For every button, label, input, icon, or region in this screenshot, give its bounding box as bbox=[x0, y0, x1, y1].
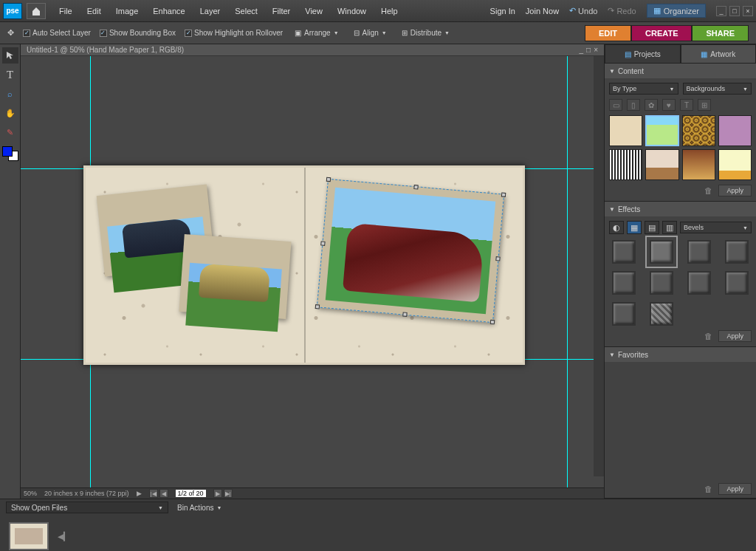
trash-icon[interactable]: 🗑 bbox=[704, 186, 712, 195]
bin-scroll-icon[interactable]: ◀▎ bbox=[58, 532, 69, 541]
show-highlight-checkbox[interactable]: ✓Show Highlight on Rollover bbox=[185, 29, 283, 37]
undo-button[interactable]: ↶ Undo bbox=[569, 6, 597, 16]
filter-more-icon[interactable]: ⊞ bbox=[698, 99, 711, 111]
bin-filter-select[interactable]: Show Open Files▼ bbox=[6, 502, 168, 513]
filter-by-select[interactable]: By Type▼ bbox=[609, 83, 678, 95]
effects-header[interactable]: ▼Effects bbox=[605, 202, 756, 216]
prev-page-button[interactable]: ◀ bbox=[159, 489, 168, 498]
bg-thumb[interactable] bbox=[682, 115, 715, 146]
menu-help[interactable]: Help bbox=[377, 4, 402, 18]
fx-filters-icon[interactable]: ◐ bbox=[609, 221, 624, 234]
doc-close-button[interactable]: × bbox=[594, 46, 598, 54]
canvas[interactable] bbox=[21, 56, 604, 487]
selection-handle[interactable] bbox=[413, 185, 419, 190]
filter-all-icon[interactable]: ▭ bbox=[609, 99, 622, 111]
menu-view[interactable]: View bbox=[300, 4, 327, 18]
bg-thumb[interactable] bbox=[718, 115, 752, 146]
last-page-button[interactable]: ▶| bbox=[224, 489, 233, 498]
menu-enhance[interactable]: Enhance bbox=[148, 4, 189, 18]
auto-select-checkbox[interactable]: ✓Auto Select Layer bbox=[23, 29, 91, 37]
sign-in-link[interactable]: Sign In bbox=[490, 7, 515, 16]
align-dropdown[interactable]: ⊟Align▼ bbox=[351, 27, 390, 38]
create-mode-button[interactable]: CREATE bbox=[631, 25, 692, 41]
filter-favorites-icon[interactable]: ♥ bbox=[662, 99, 676, 111]
content-header[interactable]: ▼Content bbox=[605, 64, 756, 78]
zoom-tool[interactable]: ⌕ bbox=[2, 86, 18, 102]
selection-handle[interactable] bbox=[501, 192, 506, 197]
menu-window[interactable]: Window bbox=[333, 4, 371, 18]
doc-minimize-button[interactable]: _ bbox=[580, 46, 584, 54]
projects-tab[interactable]: ▤Projects bbox=[605, 44, 681, 64]
bevel-thumb[interactable] bbox=[725, 240, 749, 264]
arrange-dropdown[interactable]: ▣Arrange▼ bbox=[292, 27, 342, 38]
effects-type-select[interactable]: Bevels▼ bbox=[680, 222, 752, 233]
content-apply-button[interactable]: Apply bbox=[718, 185, 752, 196]
selection-handle[interactable] bbox=[315, 304, 320, 309]
bevel-thumb[interactable] bbox=[687, 240, 711, 264]
home-button[interactable] bbox=[27, 3, 46, 19]
filter-frames-icon[interactable]: ▯ bbox=[627, 99, 640, 111]
vertical-scrollbar[interactable] bbox=[594, 56, 604, 476]
text-tool[interactable]: T bbox=[2, 66, 18, 83]
menu-image[interactable]: Image bbox=[111, 4, 143, 18]
menu-filter[interactable]: Filter bbox=[268, 4, 295, 18]
bg-thumb[interactable] bbox=[718, 149, 752, 180]
first-page-button[interactable]: |◀ bbox=[149, 489, 158, 498]
bg-thumb[interactable] bbox=[682, 149, 715, 180]
close-button[interactable]: × bbox=[743, 6, 753, 16]
favorites-header[interactable]: ▼Favorites bbox=[605, 347, 756, 362]
next-page-button[interactable]: ▶ bbox=[213, 489, 222, 498]
page-indicator[interactable]: 1/2 of 20 bbox=[176, 490, 206, 497]
color-swatch[interactable] bbox=[2, 146, 18, 161]
fx-all-icon[interactable]: ▥ bbox=[662, 221, 677, 234]
maximize-button[interactable]: □ bbox=[729, 6, 740, 16]
photo-3-selected[interactable] bbox=[317, 179, 504, 323]
bevel-thumb[interactable] bbox=[612, 302, 636, 326]
bevel-thumb[interactable] bbox=[687, 271, 711, 295]
filter-category-select[interactable]: Backgrounds▼ bbox=[683, 83, 752, 95]
document-tab[interactable]: Untitled-1 @ 50% (Hand Made Paper 1, RGB… bbox=[21, 44, 604, 56]
move-tool[interactable] bbox=[2, 47, 18, 64]
selection-handle[interactable] bbox=[320, 241, 326, 246]
favorites-apply-button[interactable]: Apply bbox=[718, 483, 752, 495]
selection-handle[interactable] bbox=[495, 256, 501, 261]
filter-graphics-icon[interactable]: ✿ bbox=[645, 99, 658, 111]
bevel-thumb[interactable] bbox=[612, 240, 636, 264]
zoom-level[interactable]: 50% bbox=[24, 490, 37, 497]
selection-handle[interactable] bbox=[326, 177, 331, 182]
eyedropper-tool[interactable]: ✎ bbox=[2, 124, 18, 140]
minimize-button[interactable]: _ bbox=[716, 6, 726, 16]
bevel-thumb-selected[interactable] bbox=[650, 240, 673, 264]
join-now-link[interactable]: Join Now bbox=[526, 7, 559, 16]
share-mode-button[interactable]: SHARE bbox=[692, 25, 749, 41]
effects-apply-button[interactable]: Apply bbox=[718, 330, 752, 342]
menu-edit[interactable]: Edit bbox=[83, 4, 106, 18]
bevel-thumb[interactable] bbox=[650, 271, 673, 295]
hand-tool[interactable]: ✋ bbox=[2, 105, 18, 121]
menu-layer[interactable]: Layer bbox=[196, 4, 225, 18]
chevron-right-icon[interactable]: ▶ bbox=[137, 490, 142, 497]
fx-styles-icon[interactable]: ▦ bbox=[627, 221, 642, 234]
selection-handle[interactable] bbox=[402, 312, 408, 317]
artwork-tab[interactable]: ▦Artwork bbox=[681, 44, 757, 64]
selection-handle[interactable] bbox=[490, 320, 495, 325]
menu-file[interactable]: File bbox=[55, 4, 77, 18]
organizer-button[interactable]: ▦ Organizer bbox=[647, 4, 706, 18]
bg-thumb-selected[interactable] bbox=[645, 115, 678, 146]
show-bbox-checkbox[interactable]: ✓Show Bounding Box bbox=[100, 29, 176, 37]
menu-select[interactable]: Select bbox=[230, 4, 262, 18]
bevel-thumb[interactable] bbox=[725, 271, 749, 295]
redo-button[interactable]: ↷ Redo bbox=[608, 6, 636, 16]
bg-thumb[interactable] bbox=[645, 149, 678, 180]
bevel-thumb[interactable] bbox=[650, 302, 673, 326]
edit-mode-button[interactable]: EDIT bbox=[585, 25, 631, 41]
distribute-dropdown[interactable]: ⊞Distribute▼ bbox=[399, 27, 453, 38]
bevel-thumb[interactable] bbox=[612, 271, 636, 295]
photo-2[interactable] bbox=[179, 234, 292, 319]
bin-actions-dropdown[interactable]: Bin Actions▼ bbox=[177, 504, 221, 512]
bin-thumbnail[interactable] bbox=[9, 522, 49, 550]
bg-thumb[interactable] bbox=[609, 149, 642, 180]
trash-icon[interactable]: 🗑 bbox=[704, 485, 712, 493]
bg-thumb[interactable] bbox=[609, 115, 642, 146]
filter-text-icon[interactable]: T bbox=[680, 99, 693, 111]
